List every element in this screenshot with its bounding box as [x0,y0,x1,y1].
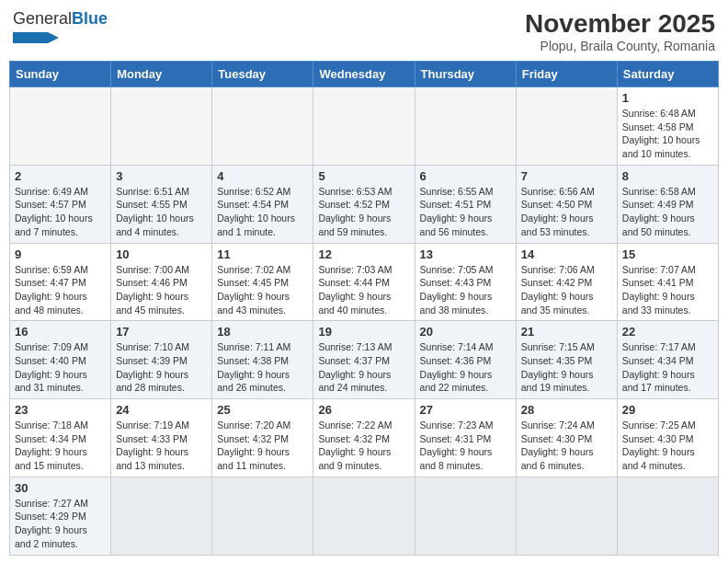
calendar-cell: 19Sunrise: 7:13 AM Sunset: 4:37 PM Dayli… [313,321,415,399]
location-subtitle: Plopu, Braila County, Romania [525,39,715,53]
weekday-header-tuesday: Tuesday [212,62,313,87]
day-number: 30 [15,481,106,495]
day-number: 29 [622,403,713,417]
calendar-cell: 28Sunrise: 7:24 AM Sunset: 4:30 PM Dayli… [516,399,617,477]
calendar-cell [617,477,718,555]
calendar-cell: 8Sunrise: 6:58 AM Sunset: 4:49 PM Daylig… [617,165,718,243]
day-number: 28 [521,403,612,417]
day-number: 15 [622,247,713,261]
day-info: Sunrise: 7:24 AM Sunset: 4:30 PM Dayligh… [521,419,612,473]
day-info: Sunrise: 7:02 AM Sunset: 4:45 PM Dayligh… [217,263,308,317]
day-info: Sunrise: 7:10 AM Sunset: 4:39 PM Dayligh… [116,340,207,395]
calendar-cell [212,477,313,555]
day-info: Sunrise: 7:09 AM Sunset: 4:40 PM Dayligh… [15,340,106,395]
day-info: Sunrise: 7:22 AM Sunset: 4:32 PM Dayligh… [318,419,409,473]
weekday-header-thursday: Thursday [415,62,516,87]
calendar-cell: 9Sunrise: 6:59 AM Sunset: 4:47 PM Daylig… [10,243,111,321]
day-number: 17 [116,325,207,339]
calendar-cell: 23Sunrise: 7:18 AM Sunset: 4:34 PM Dayli… [10,399,111,477]
calendar-cell [415,87,516,166]
weekday-header-sunday: Sunday [10,62,111,87]
calendar-cell: 21Sunrise: 7:15 AM Sunset: 4:35 PM Dayli… [516,321,617,399]
weekday-header-saturday: Saturday [617,62,718,87]
calendar-cell [111,87,212,166]
day-info: Sunrise: 7:23 AM Sunset: 4:31 PM Dayligh… [420,419,511,473]
day-info: Sunrise: 6:55 AM Sunset: 4:51 PM Dayligh… [420,185,511,239]
calendar-cell [313,87,415,166]
day-number: 27 [420,403,511,417]
weekday-header-monday: Monday [111,62,212,87]
day-number: 25 [217,403,308,417]
day-number: 24 [116,403,207,417]
day-number: 6 [420,169,511,183]
calendar-cell [313,477,415,555]
day-info: Sunrise: 7:03 AM Sunset: 4:44 PM Dayligh… [318,263,409,317]
day-number: 8 [622,169,713,183]
day-info: Sunrise: 7:11 AM Sunset: 4:38 PM Dayligh… [217,340,308,395]
calendar-row-4: 23Sunrise: 7:18 AM Sunset: 4:34 PM Dayli… [10,399,719,477]
day-info: Sunrise: 7:06 AM Sunset: 4:42 PM Dayligh… [521,263,612,317]
day-number: 20 [420,325,511,339]
day-info: Sunrise: 7:20 AM Sunset: 4:32 PM Dayligh… [217,419,308,473]
day-number: 14 [521,247,612,261]
calendar-row-5: 30Sunrise: 7:27 AM Sunset: 4:29 PM Dayli… [10,477,719,555]
weekday-header-wednesday: Wednesday [313,62,415,87]
calendar-cell: 16Sunrise: 7:09 AM Sunset: 4:40 PM Dayli… [10,321,111,399]
day-info: Sunrise: 6:53 AM Sunset: 4:52 PM Dayligh… [318,185,409,239]
calendar-row-3: 16Sunrise: 7:09 AM Sunset: 4:40 PM Dayli… [10,321,719,399]
calendar-cell [415,477,516,555]
calendar-cell: 24Sunrise: 7:19 AM Sunset: 4:33 PM Dayli… [111,399,212,477]
day-info: Sunrise: 7:27 AM Sunset: 4:29 PM Dayligh… [15,497,106,551]
calendar-cell: 7Sunrise: 6:56 AM Sunset: 4:50 PM Daylig… [516,165,617,243]
calendar-cell: 17Sunrise: 7:10 AM Sunset: 4:39 PM Dayli… [111,321,212,399]
day-number: 3 [116,169,207,183]
day-number: 5 [318,169,409,183]
day-info: Sunrise: 6:51 AM Sunset: 4:55 PM Dayligh… [116,185,207,239]
calendar-row-2: 9Sunrise: 6:59 AM Sunset: 4:47 PM Daylig… [10,243,719,321]
page-header: General Blue November 2025 Plopu, Braila… [9,9,719,53]
calendar-cell: 18Sunrise: 7:11 AM Sunset: 4:38 PM Dayli… [212,321,313,399]
calendar-cell: 10Sunrise: 7:00 AM Sunset: 4:46 PM Dayli… [111,243,212,321]
calendar-cell: 25Sunrise: 7:20 AM Sunset: 4:32 PM Dayli… [212,399,313,477]
day-info: Sunrise: 7:13 AM Sunset: 4:37 PM Dayligh… [318,340,409,395]
calendar-cell: 6Sunrise: 6:55 AM Sunset: 4:51 PM Daylig… [415,165,516,243]
day-number: 13 [420,247,511,261]
logo-blue-text: Blue [72,9,108,29]
day-number: 10 [116,247,207,261]
calendar-row-0: 1Sunrise: 6:48 AM Sunset: 4:58 PM Daylig… [10,87,719,166]
day-number: 1 [622,91,713,105]
calendar-cell: 14Sunrise: 7:06 AM Sunset: 4:42 PM Dayli… [516,243,617,321]
calendar-cell: 11Sunrise: 7:02 AM Sunset: 4:45 PM Dayli… [212,243,313,321]
calendar-cell [10,87,111,166]
calendar-row-1: 2Sunrise: 6:49 AM Sunset: 4:57 PM Daylig… [10,165,719,243]
calendar-cell: 30Sunrise: 7:27 AM Sunset: 4:29 PM Dayli… [10,477,111,555]
day-number: 7 [521,169,612,183]
day-number: 12 [318,247,409,261]
calendar-cell: 26Sunrise: 7:22 AM Sunset: 4:32 PM Dayli… [313,399,415,477]
day-number: 21 [521,325,612,339]
calendar-cell: 27Sunrise: 7:23 AM Sunset: 4:31 PM Dayli… [415,399,516,477]
day-number: 26 [318,403,409,417]
day-number: 19 [318,325,409,339]
calendar-cell [111,477,212,555]
calendar-cell: 1Sunrise: 6:48 AM Sunset: 4:58 PM Daylig… [617,87,718,166]
day-info: Sunrise: 7:17 AM Sunset: 4:34 PM Dayligh… [622,340,713,395]
day-number: 22 [622,325,713,339]
day-info: Sunrise: 7:05 AM Sunset: 4:43 PM Dayligh… [420,263,511,317]
month-title: November 2025 [525,9,715,39]
day-number: 11 [217,247,308,261]
day-info: Sunrise: 6:52 AM Sunset: 4:54 PM Dayligh… [217,185,308,239]
day-number: 16 [15,325,106,339]
calendar-cell: 15Sunrise: 7:07 AM Sunset: 4:41 PM Dayli… [617,243,718,321]
title-area: November 2025 Plopu, Braila County, Roma… [525,9,715,53]
day-info: Sunrise: 6:58 AM Sunset: 4:49 PM Dayligh… [622,185,713,239]
day-info: Sunrise: 6:49 AM Sunset: 4:57 PM Dayligh… [15,185,106,239]
day-info: Sunrise: 7:18 AM Sunset: 4:34 PM Dayligh… [15,419,106,473]
weekday-header-row: SundayMondayTuesdayWednesdayThursdayFrid… [10,62,719,87]
day-number: 18 [217,325,308,339]
calendar-cell: 20Sunrise: 7:14 AM Sunset: 4:36 PM Dayli… [415,321,516,399]
svg-marker-0 [13,32,59,43]
logo: General Blue [13,9,108,45]
logo-text: General [13,9,72,29]
day-number: 23 [15,403,106,417]
